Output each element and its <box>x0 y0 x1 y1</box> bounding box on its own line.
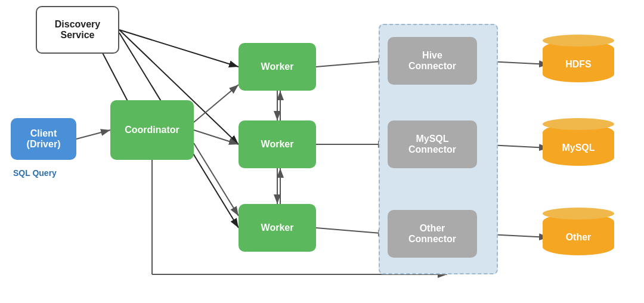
worker2-node: Worker <box>239 120 316 168</box>
svg-line-8 <box>194 130 239 144</box>
discovery-service-node: Discovery Service <box>36 6 119 54</box>
client-node: Client (Driver) <box>11 118 76 160</box>
worker3-node: Worker <box>239 204 316 252</box>
worker1-node: Worker <box>239 43 316 91</box>
other-connector-node: Other Connector <box>388 210 477 258</box>
coordinator-label: Coordinator <box>125 125 179 135</box>
sql-query-label: SQL Query <box>13 168 57 178</box>
other-db-label: Other <box>566 232 592 243</box>
svg-line-6 <box>76 130 110 139</box>
coordinator-node: Coordinator <box>110 100 194 160</box>
other-db-node: Other <box>543 214 614 255</box>
svg-line-14 <box>316 61 388 67</box>
client-label: Client (Driver) <box>27 128 61 150</box>
hive-connector-node: Hive Connector <box>388 37 477 85</box>
mysql-db-node: MySQL <box>543 124 614 166</box>
worker3-label: Worker <box>261 222 294 233</box>
mysql-connector-node: MySQL Connector <box>388 120 477 168</box>
svg-line-16 <box>316 228 388 234</box>
other-connector-label: Other Connector <box>408 223 456 245</box>
diagram: Discovery Service Client (Driver) SQL Qu… <box>0 0 644 303</box>
mysql-connector-label: MySQL Connector <box>408 134 456 155</box>
svg-line-2 <box>119 30 239 67</box>
discovery-service-label: Discovery Service <box>55 19 101 41</box>
svg-line-9 <box>194 143 239 216</box>
mysql-db-label: MySQL <box>562 143 595 153</box>
svg-line-7 <box>194 85 239 122</box>
hive-connector-label: Hive Connector <box>408 50 456 72</box>
worker2-label: Worker <box>261 139 294 150</box>
hdfs-label: HDFS <box>565 59 592 70</box>
worker1-label: Worker <box>261 61 294 72</box>
hdfs-db-node: HDFS <box>543 41 614 82</box>
